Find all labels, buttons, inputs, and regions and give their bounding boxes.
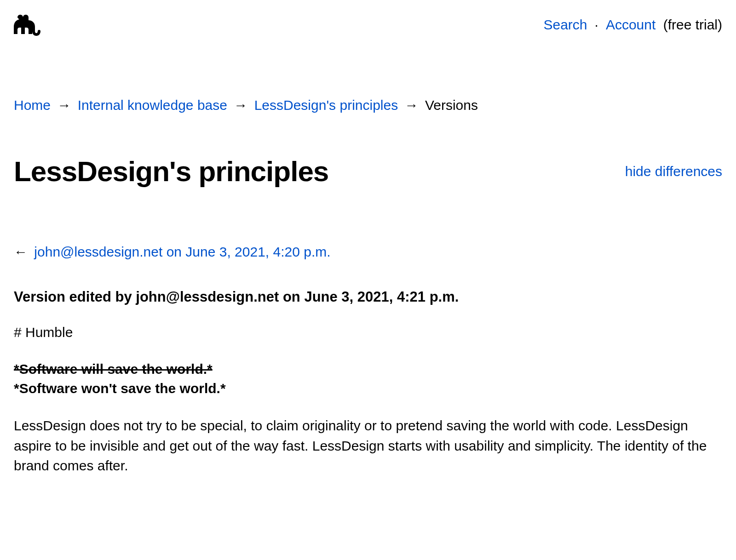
version-editor-heading: Version edited by john@lessdesign.net on… [14, 287, 722, 307]
breadcrumb-current: Versions [425, 97, 478, 113]
header: Search · Account (free trial) [14, 14, 722, 36]
hide-differences-link[interactable]: hide differences [625, 162, 722, 181]
arrow-right-icon: → [57, 97, 71, 113]
breadcrumb-kb[interactable]: Internal knowledge base [78, 97, 227, 113]
diff-added-line: *Software won't save the world.* [14, 379, 722, 398]
free-trial-label: (free trial) [659, 15, 722, 34]
breadcrumb-principles[interactable]: LessDesign's principles [254, 97, 398, 113]
diff-block: *Software will save the world.* *Softwar… [14, 360, 722, 398]
logo[interactable] [14, 14, 42, 36]
elephant-icon [14, 14, 42, 36]
breadcrumb-home[interactable]: Home [14, 97, 51, 113]
search-link[interactable]: Search [543, 15, 587, 34]
content-paragraph: LessDesign does not try to be special, t… [14, 416, 713, 476]
page-title: LessDesign's principles [14, 152, 328, 192]
previous-version-nav: ← john@lessdesign.net on June 3, 2021, 4… [14, 242, 722, 262]
title-row: LessDesign's principles hide differences [14, 152, 722, 192]
account-link[interactable]: Account [606, 15, 656, 34]
arrow-left-icon: ← [14, 244, 28, 259]
previous-version-link[interactable]: john@lessdesign.net on June 3, 2021, 4:2… [34, 244, 330, 259]
arrow-right-icon: → [405, 97, 419, 113]
arrow-right-icon: → [234, 97, 247, 113]
header-right: Search · Account (free trial) [543, 15, 722, 34]
diff-removed-line: *Software will save the world.* [14, 360, 722, 379]
breadcrumb: Home → Internal knowledge base → LessDes… [14, 96, 722, 115]
content-heading-line: # Humble [14, 323, 722, 342]
nav-dot-separator: · [595, 15, 598, 34]
